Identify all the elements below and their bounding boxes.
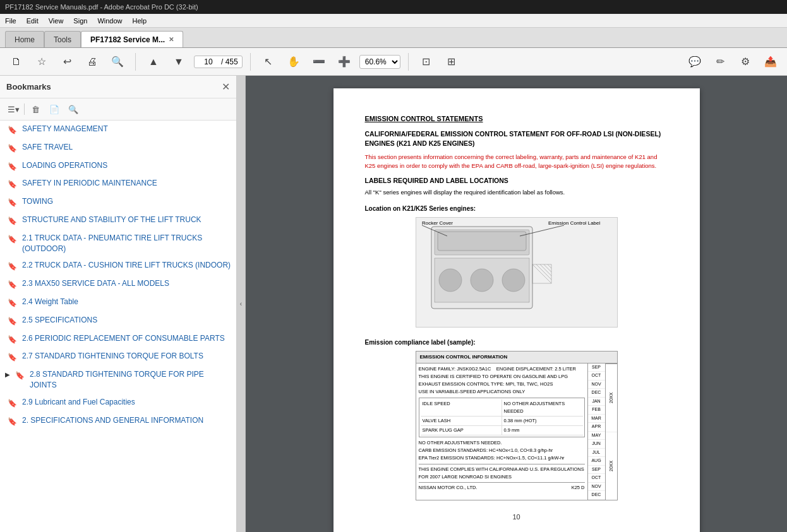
pen-button[interactable]: ✏ [710,52,730,72]
bookmark-icon-4: 🔖 [8,179,17,190]
bookmark-2-spec[interactable]: 🔖 2. SPECIFICATIONS AND GENERAL INFORMAT… [0,412,236,430]
menu-help[interactable]: Help [133,17,147,25]
emission-grid-row-1: IDLE SPEED NO OTHER ADJUSTMENTS NEEDED [421,399,583,417]
bookmark-button[interactable]: ☆ [32,52,52,72]
tab-bar: Home Tools PF17182 Service M... ✕ [0,28,787,48]
page-total: / 455 [221,57,238,66]
new-bookmark-button[interactable]: 📄 [46,101,63,117]
tab-document[interactable]: PF17182 Service M... ✕ [81,31,183,47]
toolbar: 🗋 ☆ ↩ 🖨 🔍 ▲ ▼ / 455 ↖ ✋ ➖ ➕ 60.6% 50% 75… [0,48,787,76]
svg-point-6 [502,269,525,292]
idle-speed-value: NO OTHER ADJUSTMENTS NEEDED [502,399,583,416]
month-dec1: DEC [588,389,605,398]
year-label-2: 20XX [606,432,617,500]
emission-note-1: NO OTHER ADJUSTMENTS NEEDED. [419,439,585,447]
tab-home-label: Home [15,35,35,44]
options-button[interactable]: ☰▾ [5,101,21,117]
hand-tool-button[interactable]: ✋ [284,52,304,72]
share-button[interactable]: 📤 [760,52,781,72]
bookmark-icon-14: 🔖 [15,370,25,381]
month-dec2: DEC [588,491,605,500]
menu-edit[interactable]: Edit [27,17,39,25]
pdf-area[interactable]: EMISSION CONTROL STATEMENTS CALIFORNIA/F… [246,76,787,532]
title-bar-text: PF17182 Service Manuals.pdf - Adobe Acro… [5,3,198,11]
emission-month-column: SEP OCT NOV DEC JAN FEB MAR APR MAY JUN … [588,364,606,500]
tab-close-icon[interactable]: ✕ [169,36,174,43]
bookmark-icon-5: 🔖 [8,198,17,208]
toolbar-sep-3 [408,53,409,71]
emission-year-column: 20XX 20XX [606,364,617,500]
month-apr: APR [588,423,605,432]
labels-note: All "K" series engines will display the … [365,188,668,197]
bookmark-icon-11: 🔖 [8,316,17,327]
select-tool-button[interactable]: ↖ [258,52,279,72]
bookmark-label-14: 2.8 STANDARD TIGHTENING TORQUE FOR PIPE … [30,369,231,391]
bookmark-2-6[interactable]: 🔖 2.6 PERIODIC REPLACEMENT OF CONSUMABLE… [0,330,236,348]
bookmark-2-5[interactable]: 🔖 2.5 SPECIFICATIONS [0,312,236,330]
zoom-out-button[interactable]: ➖ [309,52,329,72]
print-button[interactable]: 🖨 [82,52,102,72]
bookmark-2-2[interactable]: 🔖 2.2 TRUCK DATA - CUSHION TIRE LIFT TRU… [0,257,236,275]
bookmark-towing[interactable]: 🔖 TOWING [0,193,236,211]
main-area: Bookmarks ✕ ☰▾ 🗑 📄 🔍 🔖 SAFETY MANAGEMENT… [0,76,787,532]
svg-rect-2 [438,232,526,251]
fit-width-button[interactable]: ⊞ [442,52,462,72]
bookmark-icon-8: 🔖 [8,261,17,272]
bookmark-safety-management[interactable]: 🔖 SAFETY MANAGEMENT [0,121,236,139]
search-bookmarks-button[interactable]: 🔍 [65,101,81,117]
bookmark-2-4[interactable]: 🔖 2.4 Weight Table [0,293,236,312]
bookmark-2-9[interactable]: 🔖 2.9 Lubricant and Fuel Capacities [0,394,236,412]
bookmark-2-8[interactable]: ▶ 🔖 2.8 STANDARD TIGHTENING TORQUE FOR P… [0,366,236,394]
month-may: MAY [588,432,605,440]
menu-sign[interactable]: Sign [73,17,87,25]
back-button[interactable]: ↩ [57,52,77,72]
bookmark-label-1: SAFETY MANAGEMENT [22,124,108,134]
bookmark-2-1[interactable]: 🔖 2.1 TRUCK DATA - PNEUMATIC TIRE LIFT T… [0,230,236,257]
month-jan: JAN [588,398,605,406]
tab-document-label: PF17182 Service M... [90,35,165,44]
bookmark-loading-operations[interactable]: 🔖 LOADING OPERATIONS [0,157,236,175]
bookmark-label-13: 2.7 STANDARD TIGHTENING TORQUE FOR BOLTS [22,351,203,362]
zoom-select[interactable]: 60.6% 50% 75% 100% [359,55,400,69]
bookmark-safety-periodic[interactable]: 🔖 SAFETY IN PERIODIC MAINTENANCE [0,175,236,193]
page-input[interactable] [198,57,219,66]
stamp-button[interactable]: ⚙ [735,52,755,72]
delete-bookmark-button[interactable]: 🗑 [27,101,44,117]
menu-view[interactable]: View [49,17,64,25]
bookmark-2-7[interactable]: 🔖 2.7 STANDARD TIGHTENING TORQUE FOR BOL… [0,348,236,366]
menu-file[interactable]: File [5,17,16,25]
month-feb: FEB [588,406,605,415]
emission-grid-row-3: SPARK PLUG GAP 0.9 mm [421,426,583,435]
bookmark-safe-travel[interactable]: 🔖 SAFE TRAVEL [0,139,236,157]
emission-main-content: ENGINE FAMILY: JNSK0G2.5A1C ENGINE DISPL… [416,364,588,500]
prev-page-button[interactable]: ▲ [143,52,164,72]
toolbar-sep-2 [250,53,251,71]
zoom-in-button2[interactable]: ➕ [334,52,354,72]
emission-table-body: ENGINE FAMILY: JNSK0G2.5A1C ENGINE DISPL… [416,364,617,500]
bookmark-structure[interactable]: 🔖 STRUCTURE AND STABILITY OF THE LIFT TR… [0,211,236,230]
bookmark-list[interactable]: 🔖 SAFETY MANAGEMENT 🔖 SAFE TRAVEL 🔖 LOAD… [0,121,236,532]
bookmark-2-3[interactable]: 🔖 2.3 MAX50 SERVICE DATA - ALL MODELS [0,275,236,293]
menu-window[interactable]: Window [97,17,122,25]
zoom-in-button[interactable]: 🔍 [107,52,128,72]
collapse-handle[interactable]: ‹ [237,76,246,532]
labels-required-title: LABELS REQUIRED AND LABEL LOCATIONS [365,176,668,186]
tab-home[interactable]: Home [5,31,44,47]
svg-text:Rocker Cover: Rocker Cover [422,220,453,226]
bookmark-label-3: LOADING OPERATIONS [22,160,107,171]
bookmark-icon-16: 🔖 [8,417,17,427]
month-oct1: OCT [588,372,605,381]
sidebar-close-button[interactable]: ✕ [222,81,230,93]
tab-tools[interactable]: Tools [44,31,81,47]
emission-note-2: CARB EMISSION STANDARDS: HC+NOx<1.0, CO<… [419,447,585,454]
emission-desc-text: This section presents information concer… [365,153,668,171]
emission-manufacturer: NISSAN MOTOR CO., LTD. [419,484,478,492]
next-page-button[interactable]: ▼ [169,52,189,72]
month-mar: MAR [588,415,605,423]
fit-page-button[interactable]: ⊡ [416,52,436,72]
comment-button[interactable]: 💬 [685,52,705,72]
year-label-1: 20XX [606,364,617,432]
expand-arrow-2-8[interactable]: ▶ [5,370,10,379]
new-document-button[interactable]: 🗋 [6,52,27,72]
bookmark-label-2: SAFE TRAVEL [22,142,73,153]
